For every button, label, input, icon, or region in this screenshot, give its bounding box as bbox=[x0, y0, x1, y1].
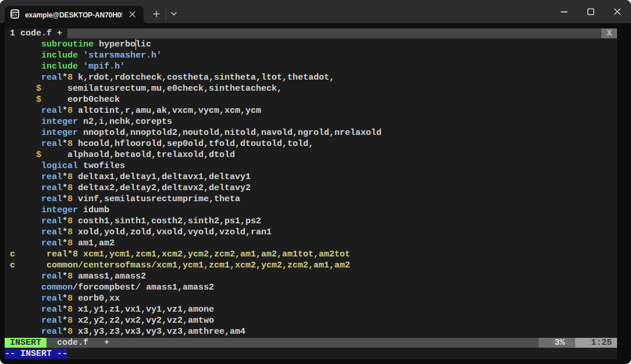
svg-text:C:\: C:\ bbox=[12, 13, 17, 17]
